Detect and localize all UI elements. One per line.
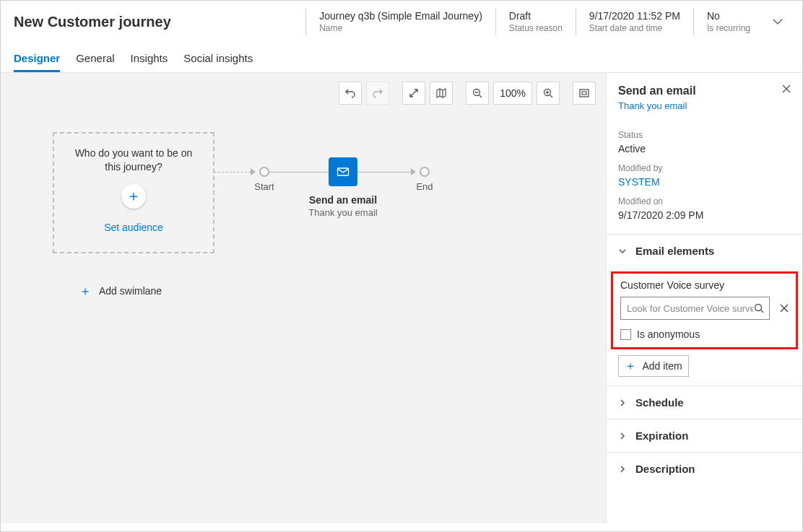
chevron-right-icon (618, 398, 627, 407)
schedule-label: Schedule (635, 396, 684, 409)
customer-voice-survey-block: Customer Voice survey Is anonymous (611, 271, 798, 349)
email-caption: Send an email Thank you email (285, 194, 401, 218)
is-anonymous-checkbox[interactable] (620, 329, 631, 340)
chevron-right-icon (618, 432, 627, 440)
survey-search-input[interactable] (627, 303, 753, 314)
tab-insights[interactable]: Insights (131, 52, 168, 72)
header-expand-chevron[interactable] (763, 16, 789, 27)
header-status-label: Status reason (509, 23, 563, 33)
header-status-value: Draft (509, 10, 563, 22)
header-name-value: Journey q3b (Simple Email Journey) (319, 10, 482, 22)
header-field-name[interactable]: Journey q3b (Simple Email Journey) Name (305, 8, 495, 35)
add-item-label: Add item (642, 360, 682, 372)
header-field-status[interactable]: Draft Status reason (495, 8, 576, 35)
survey-label: Customer Voice survey (620, 279, 789, 291)
end-node[interactable] (420, 167, 430, 177)
header-field-start[interactable]: 9/17/2020 11:52 PM Start date and time (576, 8, 693, 35)
header-start-value: 9/17/2020 11:52 PM (589, 10, 680, 22)
survey-remove-button[interactable] (780, 304, 789, 313)
plus-icon: ＋ (79, 282, 92, 300)
connector-email-end (357, 172, 411, 173)
tab-social-insights[interactable]: Social insights (183, 52, 253, 72)
page-header: New Customer journey Journey q3b (Simple… (1, 1, 802, 42)
svg-point-5 (755, 305, 762, 311)
status-label: Status (618, 130, 791, 140)
panel-subtitle-link[interactable]: Thank you email (607, 97, 802, 121)
set-audience-link[interactable]: Set audience (104, 222, 163, 233)
arrow-email-end (411, 168, 416, 175)
header-field-recurring[interactable]: No Is recurring (693, 8, 763, 35)
email-icon (336, 165, 350, 179)
description-label: Description (635, 463, 695, 475)
chevron-right-icon (618, 465, 627, 474)
add-swimlane-label: Add swimlane (99, 285, 162, 297)
panel-close-button[interactable] (782, 84, 791, 93)
is-anonymous-row: Is anonymous (620, 328, 789, 340)
modifiedby-value[interactable]: SYSTEM (618, 176, 791, 188)
modifiedon-value: 9/17/2020 2:09 PM (618, 209, 791, 221)
tab-designer[interactable]: Designer (14, 52, 60, 72)
main-layout: 100% Who do you want to be on this journ… (1, 72, 802, 523)
section-description[interactable]: Description (607, 452, 802, 485)
email-elements-label: Email elements (635, 245, 714, 257)
start-node[interactable] (259, 167, 269, 177)
header-recurring-label: Is recurring (707, 23, 750, 33)
header-fields: Journey q3b (Simple Email Journey) Name … (305, 8, 763, 35)
arrow-audience-start (251, 168, 256, 175)
svg-rect-4 (338, 168, 349, 175)
status-value: Active (618, 143, 791, 154)
end-label: End (403, 181, 446, 192)
panel-meta: Status Active Modified by SYSTEM Modifie… (607, 121, 802, 221)
search-icon[interactable] (753, 302, 765, 314)
tab-general[interactable]: General (76, 52, 114, 72)
header-start-label: Start date and time (589, 23, 680, 33)
audience-question: Who do you want to be on this journey? (69, 147, 199, 174)
tab-bar: Designer General Insights Social insight… (1, 42, 802, 72)
properties-panel: Send an email Thank you email Status Act… (606, 73, 802, 523)
header-recurring-value: No (707, 10, 750, 22)
header-name-label: Name (319, 23, 482, 33)
add-swimlane-button[interactable]: ＋ Add swimlane (79, 282, 162, 300)
designer-canvas[interactable]: 100% Who do you want to be on this journ… (1, 73, 606, 523)
email-tile-title: Send an email (285, 194, 401, 206)
flow-canvas: Who do you want to be on this journey? ＋… (1, 73, 606, 523)
page-title: New Customer journey (14, 14, 305, 30)
panel-header: Send an email (607, 73, 802, 97)
email-tile-subtitle: Thank you email (285, 207, 401, 218)
email-tile[interactable] (329, 157, 357, 186)
start-label: Start (243, 181, 286, 192)
chevron-down-icon (772, 16, 784, 27)
chevron-down-icon (618, 247, 627, 256)
connector-start-email (269, 172, 329, 173)
section-email-elements[interactable]: Email elements (607, 235, 802, 267)
add-audience-button[interactable]: ＋ (121, 184, 146, 209)
expiration-label: Expiration (635, 429, 688, 442)
close-icon (782, 84, 791, 93)
connector-audience-start (214, 172, 251, 173)
panel-title: Send an email (618, 84, 782, 97)
section-expiration[interactable]: Expiration (607, 419, 802, 452)
add-item-button[interactable]: ＋ Add item (618, 355, 689, 377)
audience-placeholder[interactable]: Who do you want to be on this journey? ＋… (53, 132, 214, 253)
close-icon (780, 304, 789, 313)
survey-lookup[interactable] (620, 297, 770, 320)
is-anonymous-label: Is anonymous (637, 328, 700, 340)
plus-icon: ＋ (625, 359, 636, 374)
section-schedule[interactable]: Schedule (607, 385, 802, 419)
modifiedby-label: Modified by (618, 163, 791, 173)
modifiedon-label: Modified on (618, 196, 791, 206)
